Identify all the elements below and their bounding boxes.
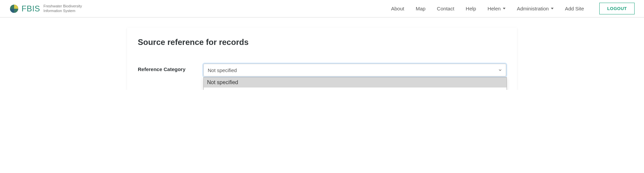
logout-button[interactable]: LOGOUT [599, 3, 635, 14]
navbar: FBIS Freshwater Biodiversity Information… [0, 0, 644, 17]
nav-links: About Map Contact Help Helen Administrat… [391, 3, 635, 14]
brand-logo-icon [9, 4, 19, 13]
reference-category-select[interactable]: Not specified [203, 64, 506, 76]
page-wrap: Source reference for records Reference C… [0, 17, 644, 90]
brand-subtitle-line1: Freshwater Biodiversity [43, 4, 82, 8]
caret-down-icon [503, 8, 506, 9]
nav-help[interactable]: Help [466, 6, 476, 11]
caret-down-icon [551, 8, 554, 9]
brand-name: FBIS [22, 4, 40, 13]
chevron-down-icon [498, 68, 502, 72]
brand[interactable]: FBIS Freshwater Biodiversity Information… [9, 4, 82, 13]
dropdown-option[interactable]: Not specified [204, 77, 507, 88]
nav-administration-menu[interactable]: Administration [517, 6, 554, 11]
nav-add-site[interactable]: Add Site [565, 6, 584, 11]
page-title: Source reference for records [138, 38, 506, 47]
brand-subtitle-line2: Information System [43, 9, 75, 13]
nav-administration-label: Administration [517, 6, 549, 11]
dropdown-option[interactable]: Database [204, 88, 507, 90]
source-reference-card: Source reference for records Reference C… [127, 27, 517, 90]
nav-about[interactable]: About [391, 6, 404, 11]
nav-contact[interactable]: Contact [437, 6, 454, 11]
nav-user-name: Helen [487, 6, 500, 11]
reference-category-label: Reference Category [138, 64, 203, 72]
reference-category-select-wrapper: Not specified Not specified Database Pee… [203, 64, 506, 76]
brand-subtitle: Freshwater Biodiversity Information Syst… [43, 4, 82, 13]
nav-map[interactable]: Map [416, 6, 426, 11]
reference-category-selected-value: Not specified [208, 67, 237, 73]
nav-user-menu[interactable]: Helen [487, 6, 505, 11]
reference-category-dropdown: Not specified Database Peer-reviewed sci… [203, 77, 507, 90]
reference-category-row: Reference Category Not specified Not spe… [138, 64, 506, 76]
